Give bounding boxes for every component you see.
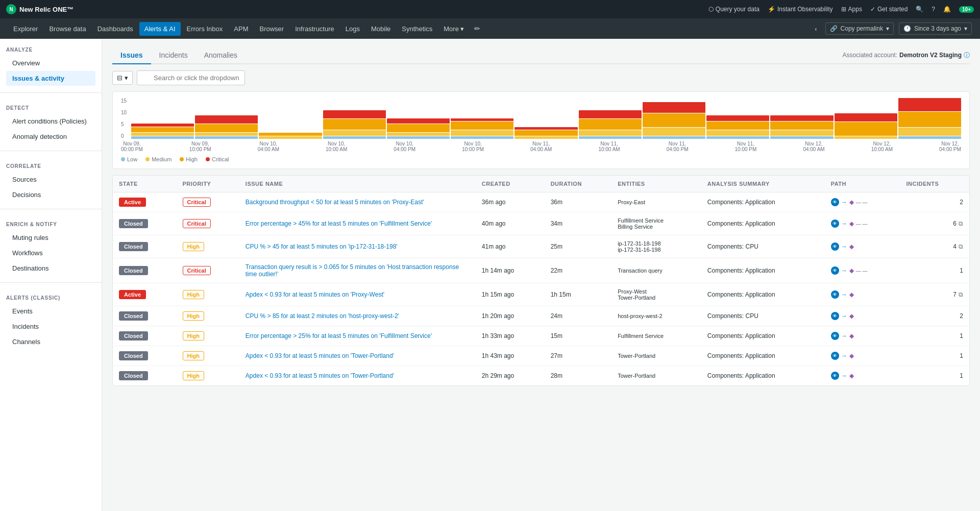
sidebar-item-muting-rules[interactable]: Muting rules — [6, 230, 95, 245]
copy-icon-2[interactable]: ⧉ — [959, 243, 963, 250]
sidebar-item-incidents[interactable]: Incidents — [6, 319, 95, 334]
notification-btn[interactable]: 🔔 — [943, 6, 951, 13]
cell-issue-name-8[interactable]: Apdex < 0.93 for at least 5 minutes on '… — [239, 366, 476, 386]
eye-icon-7[interactable]: 👁 — [831, 352, 839, 360]
query-your-data-btn[interactable]: ⬡ Query your data — [708, 6, 760, 13]
sidebar-item-sources[interactable]: Sources — [6, 172, 95, 187]
col-state[interactable]: STATE — [113, 176, 177, 192]
path-dash-icon-0: — — — [856, 200, 868, 205]
help-btn[interactable]: ? — [932, 6, 935, 13]
eye-icon-3[interactable]: 👁 — [831, 266, 839, 275]
apps-btn[interactable]: ⊞ Apps — [841, 6, 862, 13]
eye-icon-0[interactable]: 👁 — [831, 198, 839, 206]
sidebar-item-events[interactable]: Events — [6, 304, 95, 319]
logo[interactable]: N New Relic ONE™ — [6, 4, 74, 14]
cell-duration-5: 24m — [545, 306, 612, 326]
bar-segment-high — [323, 119, 386, 130]
filter-button[interactable]: ⊟ ▾ — [112, 71, 133, 85]
col-duration[interactable]: DURATION — [545, 176, 612, 192]
copy-permalink-btn[interactable]: 🔗 Copy permalink ▾ — [825, 22, 894, 35]
col-priority[interactable]: PRIORITY — [177, 176, 239, 192]
nav-alerts-ai[interactable]: Alerts & AI — [139, 22, 181, 36]
col-analysis-summary[interactable]: ANALYSIS SUMMARY — [701, 176, 825, 192]
cell-created-4: 1h 15m ago — [476, 283, 545, 306]
path-arrow-icon-2: → — [841, 243, 847, 250]
sidebar-item-alert-conditions[interactable]: Alert conditions (Policies) — [6, 114, 95, 129]
chart-legend: Low Medium High Critical — [121, 156, 961, 162]
bar-group-4 — [387, 98, 450, 139]
eye-icon-8[interactable]: 👁 — [831, 372, 839, 380]
col-incidents[interactable]: INCIDENTS — [900, 176, 970, 192]
nav-browser[interactable]: Browser — [254, 22, 289, 36]
cell-priority-0: Critical — [177, 192, 239, 212]
col-created[interactable]: CREATED — [476, 176, 545, 192]
get-started-btn[interactable]: ✓ Get started — [870, 6, 908, 13]
cell-entities-7: Tower-Portland — [611, 346, 701, 366]
col-entities[interactable]: ENTITIES — [611, 176, 701, 192]
eye-icon-4[interactable]: 👁 — [831, 290, 839, 299]
lightning-icon: ⚡ — [768, 6, 775, 13]
chart-wrapper: 15 10 5 0 — [121, 98, 961, 139]
col-path[interactable]: PATH — [825, 176, 900, 192]
eye-icon-5[interactable]: 👁 — [831, 312, 839, 320]
priority-badge-0: Critical — [183, 198, 211, 207]
main-layout: ANALYZE Overview Issues & activity DETEC… — [0, 39, 980, 511]
sidebar-item-channels[interactable]: Channels — [6, 334, 95, 349]
nav-apm[interactable]: APM — [229, 22, 253, 36]
edit-icon[interactable]: ✏ — [474, 25, 480, 33]
bar-segment-low — [898, 136, 961, 139]
sidebar-section-analyze: ANALYZE Overview Issues & activity — [0, 39, 102, 88]
nav-synthetics[interactable]: Synthetics — [397, 22, 437, 36]
copy-icon-1[interactable]: ⧉ — [959, 220, 963, 227]
sidebar-item-overview[interactable]: Overview — [6, 56, 95, 70]
sidebar-item-issues-activity[interactable]: Issues & activity — [6, 71, 95, 86]
sidebar-item-workflows[interactable]: Workflows — [6, 246, 95, 260]
search-icon: 🔍 — [916, 6, 923, 13]
nav-more[interactable]: More ▾ — [438, 22, 469, 36]
cell-priority-7: High — [177, 346, 239, 366]
cell-issue-name-6[interactable]: Error percentage > 25% for at least 5 mi… — [239, 326, 476, 346]
cell-issue-name-2[interactable]: CPU % > 45 for at least 5 minutes on 'ip… — [239, 235, 476, 258]
incident-count-3: 1 — [960, 267, 963, 274]
cell-issue-name-1[interactable]: Error percentage > 45% for at least 5 mi… — [239, 212, 476, 235]
chart-label-8: Nov 11,04:00 PM — [667, 141, 689, 152]
eye-icon-6[interactable]: 👁 — [831, 332, 839, 340]
col-issue-name[interactable]: ISSUE NAME — [239, 176, 476, 192]
table-row: ClosedHighApdex < 0.93 for at least 5 mi… — [113, 346, 969, 366]
cell-issue-name-5[interactable]: CPU % > 85 for at least 2 minutes on 'ho… — [239, 306, 476, 326]
eye-icon-1[interactable]: 👁 — [831, 220, 839, 228]
search-btn[interactable]: 🔍 — [916, 6, 923, 13]
page-tabs: Issues Incidents Anomalies Associated ac… — [112, 47, 970, 64]
table-row: ClosedCriticalTransaction query result i… — [113, 258, 969, 283]
cell-priority-2: High — [177, 235, 239, 258]
sidebar-item-decisions[interactable]: Decisions — [6, 187, 95, 202]
copy-icon-4[interactable]: ⧉ — [959, 291, 963, 298]
cell-priority-5: High — [177, 306, 239, 326]
nav-logs[interactable]: Logs — [340, 22, 365, 36]
cell-issue-name-7[interactable]: Apdex < 0.93 for at least 5 minutes on '… — [239, 346, 476, 366]
cell-analysis-8: Components: Application — [701, 366, 825, 386]
cell-analysis-6: Components: Application — [701, 326, 825, 346]
instant-observability-btn[interactable]: ⚡ Instant Observability — [768, 6, 833, 13]
cell-issue-name-4[interactable]: Apdex < 0.93 for at least 5 minutes on '… — [239, 283, 476, 306]
since-time-btn[interactable]: 🕐 Since 3 days ago ▾ — [899, 22, 972, 35]
sidebar-item-anomaly-detection[interactable]: Anomaly detection — [6, 129, 95, 144]
nav-errors-inbox[interactable]: Errors Inbox — [182, 22, 228, 36]
tab-issues[interactable]: Issues — [112, 47, 151, 64]
sidebar-item-destinations[interactable]: Destinations — [6, 261, 95, 276]
nav-explorer[interactable]: Explorer — [8, 22, 43, 36]
tab-incidents[interactable]: Incidents — [151, 47, 196, 64]
state-badge-1: Closed — [119, 219, 148, 228]
tab-anomalies[interactable]: Anomalies — [196, 47, 246, 64]
nav-browse-data[interactable]: Browse data — [44, 22, 91, 36]
nav-infrastructure[interactable]: Infrastructure — [290, 22, 339, 36]
eye-icon-2[interactable]: 👁 — [831, 242, 839, 251]
state-badge-4: Active — [119, 290, 146, 299]
search-input[interactable] — [137, 70, 245, 85]
cell-issue-name-0[interactable]: Background throughput < 50 for at least … — [239, 192, 476, 212]
nav-dashboards[interactable]: Dashboards — [92, 22, 138, 36]
nav-back-arrow[interactable]: ‹ — [812, 23, 820, 35]
cell-issue-name-3[interactable]: Transaction query result is > 0.065 for … — [239, 258, 476, 283]
path-diamond-icon-3: ◆ — [849, 267, 854, 274]
nav-mobile[interactable]: Mobile — [366, 22, 396, 36]
